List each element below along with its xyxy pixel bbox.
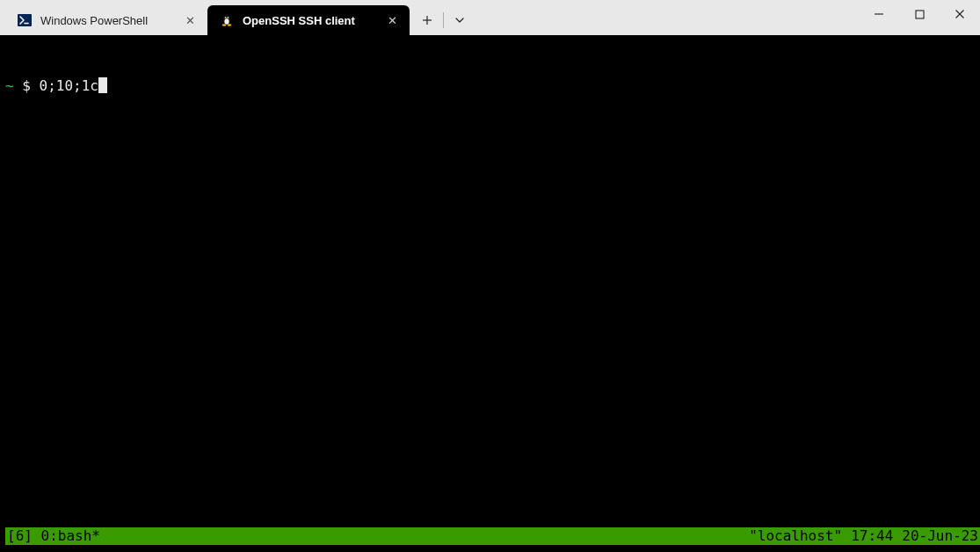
prompt-symbol: $ — [22, 77, 31, 95]
terminal-viewport[interactable]: ~ $ 0;10;1c [6] 0:bash* "localhost" 17:4… — [0, 35, 980, 552]
prompt-path: ~ — [5, 77, 14, 95]
maximize-button[interactable] — [899, 0, 940, 28]
svg-rect-0 — [18, 14, 32, 26]
divider — [443, 12, 444, 28]
titlebar: Windows PowerShell ✕ OpenSSH SSH client — [0, 0, 980, 35]
svg-point-3 — [224, 18, 229, 24]
svg-point-8 — [222, 24, 227, 26]
status-date: 20-Jun-23 — [902, 527, 978, 545]
status-left: [6] 0:bash* — [7, 527, 100, 545]
cursor — [98, 77, 107, 93]
tab-controls — [413, 5, 474, 35]
tab-label: Windows PowerShell — [40, 14, 174, 27]
svg-point-9 — [228, 24, 232, 26]
tab-label: OpenSSH SSH client — [243, 14, 376, 27]
tab-powershell[interactable]: Windows PowerShell ✕ — [5, 5, 207, 35]
close-tab-button[interactable]: ✕ — [385, 13, 399, 27]
svg-rect-13 — [916, 11, 924, 18]
status-time: 17:44 — [851, 527, 893, 545]
tab-dropdown-button[interactable] — [446, 6, 474, 34]
window-controls — [859, 0, 980, 28]
status-host: "localhost" — [749, 527, 842, 545]
svg-point-6 — [225, 18, 226, 18]
tab-ssh[interactable]: OpenSSH SSH client ✕ — [207, 5, 410, 35]
close-tab-button[interactable]: ✕ — [183, 13, 197, 27]
tmux-statusbar: [6] 0:bash* "localhost" 17:44 20-Jun-23 — [5, 527, 980, 545]
tux-icon — [220, 13, 234, 27]
prompt-line: ~ $ 0;10;1c — [5, 77, 975, 95]
new-tab-button[interactable] — [413, 6, 441, 34]
svg-point-7 — [228, 18, 229, 18]
close-window-button[interactable] — [940, 0, 980, 28]
minimize-button[interactable] — [859, 0, 899, 28]
powershell-icon — [18, 13, 32, 27]
tab-strip: Windows PowerShell ✕ OpenSSH SSH client — [0, 5, 474, 35]
command-text: 0;10;1c — [40, 77, 98, 95]
